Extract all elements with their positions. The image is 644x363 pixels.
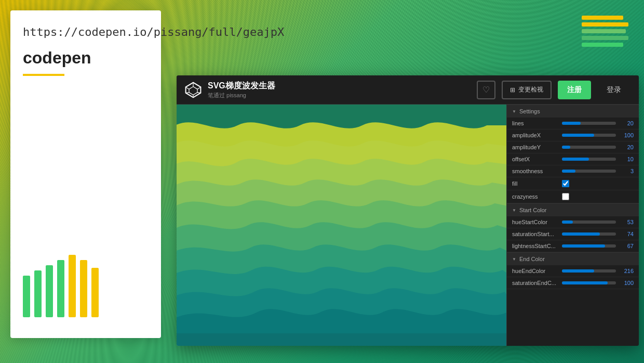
heart-icon: ♡ (482, 85, 490, 95)
svg-line-6 (197, 92, 200, 93)
offsetX-label: offsetX (512, 156, 559, 162)
saturationEnd-label: saturationEndC... (512, 280, 559, 286)
bar-7 (91, 268, 99, 317)
fill-checkbox[interactable] (562, 180, 569, 187)
svg-line-7 (186, 92, 189, 93)
bar-4 (57, 260, 64, 317)
setting-fill: fill (507, 177, 639, 190)
lines-label: lines (512, 120, 559, 126)
stripe-4 (582, 36, 628, 40)
saturationStart-slider[interactable] (562, 232, 616, 236)
saturationStart-value: 74 (619, 231, 634, 237)
bar-2 (34, 270, 42, 317)
setting-lines: lines 20 (507, 118, 639, 129)
setting-smoothness: smoothness 3 (507, 165, 639, 177)
saturationEnd-value: 100 (619, 280, 634, 286)
crazyness-label: crazyness (512, 193, 559, 200)
change-view-icon: ⊞ (510, 86, 515, 94)
setting-saturationEnd: saturationEndC... 100 (507, 277, 639, 289)
setting-amplitudeY: amplitudeY 20 (507, 141, 639, 153)
url-text: https://codepen.io/pissang/full/geajpX (10, 10, 161, 48)
saturationStart-label: saturationStart... (512, 231, 559, 237)
amplitudeY-label: amplitudeY (512, 144, 559, 150)
login-button[interactable]: 登录 (597, 81, 630, 99)
smoothness-value: 3 (619, 168, 634, 174)
pen-title: SVG梯度波发生器 (208, 81, 471, 92)
setting-amplitudeX: amplitudeX 100 (507, 129, 639, 141)
pen-author: 笔通过 pissang (208, 92, 471, 99)
stripe-2 (582, 22, 628, 27)
hueEndColor-slider[interactable] (562, 269, 616, 273)
cp-content: ▼ Settings lines 20 amplitudeX 100 (177, 105, 639, 346)
stripe-5 (582, 43, 623, 47)
smoothness-slider[interactable] (562, 170, 616, 173)
end-color-arrow: ▼ (512, 257, 516, 262)
cp-header: SVG梯度波发生器 笔通过 pissang ♡ ⊞ 变更检视 注册 登录 (177, 75, 639, 105)
section-end-color-label: End Color (519, 256, 545, 262)
lightnessStart-label: lightnessStartC... (512, 243, 559, 249)
start-color-arrow: ▼ (512, 208, 516, 213)
setting-crazyness: crazyness (507, 190, 639, 203)
vertical-bars (23, 255, 99, 317)
section-settings-header[interactable]: ▼ Settings (507, 105, 639, 118)
smoothness-label: smoothness (512, 168, 559, 174)
bar-5 (69, 255, 76, 317)
lines-value: 20 (619, 120, 634, 126)
hueStartColor-label: hueStartColor (512, 219, 559, 225)
offsetX-value: 10 (619, 156, 634, 162)
lightnessStart-value: 67 (619, 243, 634, 249)
change-view-button[interactable]: ⊞ 变更检视 (502, 81, 552, 99)
wave-preview (177, 105, 506, 346)
crazyness-checkbox[interactable] (562, 193, 569, 200)
section-end-color-header[interactable]: ▼ End Color (507, 252, 639, 265)
hueStartColor-slider[interactable] (562, 221, 616, 224)
bar-3 (46, 265, 53, 317)
saturationEnd-slider[interactable] (562, 281, 616, 284)
stripe-3 (582, 29, 626, 33)
register-button[interactable]: 注册 (558, 81, 591, 99)
stripe-1 (582, 16, 623, 20)
section-start-color-label: Start Color (519, 207, 547, 213)
amplitudeX-slider[interactable] (562, 134, 616, 137)
amplitudeX-value: 100 (619, 132, 634, 138)
hueEndColor-label: hueEndColor (512, 268, 559, 274)
hueStartColor-value: 53 (619, 219, 634, 225)
decorative-stripes (582, 16, 628, 47)
amplitudeX-label: amplitudeX (512, 132, 559, 138)
setting-hueEndColor: hueEndColor 216 (507, 265, 639, 277)
settings-panel: ▼ Settings lines 20 amplitudeX 100 (506, 105, 639, 346)
fill-label: fill (512, 180, 559, 187)
svg-marker-1 (189, 86, 197, 95)
hueEndColor-value: 216 (619, 268, 634, 274)
offsetX-slider[interactable] (562, 158, 616, 161)
bar-1 (23, 276, 30, 317)
section-start-color-header[interactable]: ▼ Start Color (507, 203, 639, 216)
info-card: https://codepen.io/pissang/full/geajpX c… (10, 10, 161, 338)
lines-slider[interactable] (562, 122, 616, 125)
setting-saturationStart: saturationStart... 74 (507, 228, 639, 240)
heart-button[interactable]: ♡ (477, 81, 495, 99)
settings-arrow: ▼ (512, 109, 516, 114)
section-settings-label: Settings (519, 108, 540, 114)
setting-lightnessStart: lightnessStartC... 67 (507, 240, 639, 252)
setting-offsetX: offsetX 10 (507, 153, 639, 165)
bar-6 (80, 260, 87, 317)
amplitudeY-value: 20 (619, 144, 634, 150)
brand-name: codepen (10, 48, 161, 68)
title-block: SVG梯度波发生器 笔通过 pissang (208, 81, 471, 99)
brand-underline (23, 74, 64, 76)
codepen-window: SVG梯度波发生器 笔通过 pissang ♡ ⊞ 变更检视 注册 登录 (177, 75, 639, 346)
lightnessStart-slider[interactable] (562, 244, 616, 248)
codepen-logo-icon (185, 82, 202, 98)
amplitudeY-slider[interactable] (562, 146, 616, 149)
setting-hueStartColor: hueStartColor 53 (507, 216, 639, 228)
